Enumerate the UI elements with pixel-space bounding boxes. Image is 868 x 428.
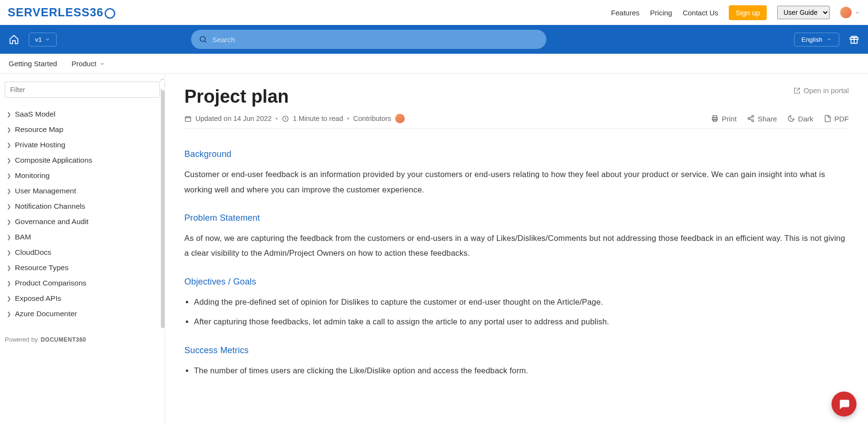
sidebar-item-label: Exposed APIs bbox=[15, 294, 61, 303]
article-meta: Updated on 14 Jun 2022 • 1 Minute to rea… bbox=[184, 114, 849, 129]
chevron-down-icon bbox=[855, 10, 860, 15]
chat-fab[interactable] bbox=[832, 392, 856, 416]
nav-features[interactable]: Features bbox=[611, 9, 639, 17]
powered-label: Powered by bbox=[5, 336, 38, 343]
share-icon bbox=[747, 115, 755, 122]
article-content: Project plan Open in portal Updated on 1… bbox=[165, 74, 868, 426]
sidebar-item-label: Governance and Audit bbox=[15, 217, 88, 226]
sidebar-item[interactable]: ❯CloudDocs bbox=[5, 245, 160, 260]
subnav-getting-started[interactable]: Getting Started bbox=[9, 59, 57, 68]
gift-icon[interactable] bbox=[849, 34, 859, 45]
top-navbar: SERVERLESS36 Features Pricing Contact Us… bbox=[0, 0, 868, 25]
sidebar-item[interactable]: ❯Product Comparisons bbox=[5, 275, 160, 291]
sidebar-item[interactable]: ❯Azure Documenter bbox=[5, 306, 160, 321]
sidebar-item[interactable]: ❯BAM bbox=[5, 229, 160, 245]
objectives-list: Adding the pre-defined set of opinion fo… bbox=[184, 295, 849, 330]
meta-left: Updated on 14 Jun 2022 • 1 Minute to rea… bbox=[184, 114, 405, 123]
chevron-right-icon: ❯ bbox=[7, 219, 11, 225]
sidebar-tree: ❯SaaS Model❯Resource Map❯Private Hosting… bbox=[5, 107, 160, 321]
open-in-portal-link[interactable]: Open in portal bbox=[793, 86, 849, 95]
brand-logo[interactable]: SERVERLESS36 bbox=[8, 6, 116, 19]
external-edit-icon bbox=[793, 87, 801, 95]
chevron-right-icon: ❯ bbox=[7, 265, 11, 271]
subnav-product[interactable]: Product bbox=[72, 59, 105, 68]
chevron-right-icon: ❯ bbox=[7, 234, 11, 240]
chevron-down-icon bbox=[826, 36, 832, 42]
pdf-icon bbox=[824, 115, 832, 122]
sidebar-item-label: Notification Channels bbox=[15, 202, 85, 211]
section-text: As of now, we are capturing the feedback… bbox=[184, 231, 849, 261]
version-selector[interactable]: v1 bbox=[29, 33, 57, 47]
search-input[interactable] bbox=[212, 36, 539, 44]
svg-point-10 bbox=[748, 118, 750, 119]
signup-button[interactable]: Sign up bbox=[729, 5, 767, 20]
chevron-right-icon: ❯ bbox=[7, 280, 11, 286]
open-in-portal-label: Open in portal bbox=[804, 86, 849, 95]
list-item: Adding the pre-defined set of opinion fo… bbox=[194, 295, 849, 309]
sidebar-item[interactable]: ❯SaaS Model bbox=[5, 107, 160, 122]
svg-rect-4 bbox=[185, 117, 191, 121]
print-button[interactable]: Print bbox=[711, 115, 736, 123]
sidebar-item[interactable]: ❯Resource Map bbox=[5, 122, 160, 137]
sidebar-item[interactable]: ❯Notification Channels bbox=[5, 199, 160, 214]
chevron-right-icon: ❯ bbox=[7, 250, 11, 256]
toolbar-right: English bbox=[794, 33, 859, 47]
account-menu[interactable] bbox=[840, 7, 860, 18]
chevron-down-icon bbox=[45, 36, 50, 42]
nav-contact[interactable]: Contact Us bbox=[683, 9, 718, 17]
sidebar-item[interactable]: ❯Governance and Audit bbox=[5, 214, 160, 229]
sidebar-filter-input[interactable] bbox=[5, 82, 160, 98]
chevron-down-icon bbox=[99, 61, 105, 67]
contributor-avatar bbox=[395, 114, 405, 123]
sidebar-item-label: Resource Types bbox=[15, 263, 69, 272]
svg-point-9 bbox=[752, 115, 754, 117]
pdf-button[interactable]: PDF bbox=[824, 115, 849, 123]
sidebar-item[interactable]: ❯Composite Applications bbox=[5, 153, 160, 168]
home-icon[interactable] bbox=[9, 34, 19, 45]
calendar-icon bbox=[184, 115, 192, 122]
sidebar-item[interactable]: ❯Exposed APIs bbox=[5, 291, 160, 306]
sidebar-item-label: Monitoring bbox=[15, 171, 49, 180]
subnav-product-label: Product bbox=[72, 59, 96, 68]
section-heading-success: Success Metrics bbox=[184, 342, 849, 358]
dark-mode-toggle[interactable]: Dark bbox=[787, 115, 813, 123]
chevron-right-icon: ❯ bbox=[7, 296, 11, 302]
sub-navbar: Getting Started Product bbox=[0, 54, 868, 74]
article-body: Background Customer or end-user feedback… bbox=[184, 146, 849, 378]
sidebar-item[interactable]: ❯Monitoring bbox=[5, 168, 160, 183]
sidebar-item[interactable]: ❯Resource Types bbox=[5, 260, 160, 275]
read-time: 1 Minute to read bbox=[293, 115, 343, 122]
svg-point-1 bbox=[200, 36, 205, 42]
nav-pricing[interactable]: Pricing bbox=[650, 9, 672, 17]
avatar bbox=[840, 7, 852, 18]
section-heading-background: Background bbox=[184, 146, 849, 162]
sidebar-item-label: BAM bbox=[15, 233, 31, 241]
meta-actions: Print Share Dark PDF bbox=[711, 115, 849, 123]
share-button[interactable]: Share bbox=[747, 115, 777, 123]
sidebar-item[interactable]: ❯Private Hosting bbox=[5, 137, 160, 153]
section-text: Customer or end-user feedback is an info… bbox=[184, 167, 849, 197]
list-item: The number of times users are clicking t… bbox=[194, 363, 849, 378]
list-item: After capturing those feedbacks, let adm… bbox=[194, 314, 849, 329]
language-selector[interactable]: English bbox=[794, 33, 839, 47]
sidebar-item-label: CloudDocs bbox=[15, 248, 51, 257]
search-icon bbox=[199, 35, 207, 44]
page-title: Project plan bbox=[184, 86, 289, 107]
sidebar-item[interactable]: ❯User Management bbox=[5, 183, 160, 199]
main-layout: ❯SaaS Model❯Resource Map❯Private Hosting… bbox=[0, 74, 868, 426]
chevron-right-icon: ❯ bbox=[7, 188, 11, 194]
clock-icon bbox=[282, 115, 289, 122]
sidebar-item-label: Azure Documenter bbox=[15, 309, 77, 318]
sidebar-item-label: Product Comparisons bbox=[15, 279, 86, 287]
user-guide-select[interactable]: User Guide bbox=[777, 6, 830, 19]
sidebar: ❯SaaS Model❯Resource Map❯Private Hosting… bbox=[0, 74, 165, 426]
chevron-right-icon: ❯ bbox=[7, 142, 11, 148]
updated-date: Updated on 14 Jun 2022 bbox=[195, 115, 272, 122]
separator: • bbox=[276, 115, 278, 122]
sidebar-item-label: SaaS Model bbox=[15, 110, 55, 119]
moon-icon bbox=[787, 115, 795, 122]
version-label: v1 bbox=[35, 36, 42, 43]
print-icon bbox=[711, 115, 719, 122]
separator: • bbox=[347, 115, 350, 122]
sidebar-scrollbar[interactable] bbox=[161, 79, 165, 328]
